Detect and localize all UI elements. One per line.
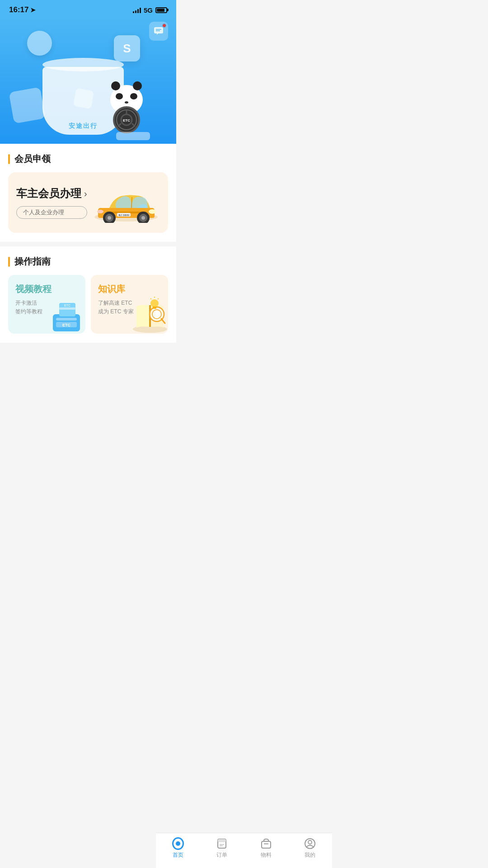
svg-line-11: [131, 197, 132, 208]
svg-point-14: [149, 209, 156, 214]
banner-text: 安途出行: [69, 122, 98, 130]
battery-icon: [155, 7, 167, 13]
etc-wheel: ETC: [113, 106, 140, 133]
decoration-small-box: [73, 88, 94, 109]
decoration-cylinder: [27, 31, 52, 56]
guide-section: 操作指南 视频教程 开卡激活签约等教程: [0, 246, 176, 343]
section-bar-icon: [8, 154, 10, 164]
member-title-text: 会员申领: [14, 153, 51, 165]
svg-rect-26: [56, 318, 77, 321]
main-content: 会员申领 车主会员办理 › 个人及企业办理: [0, 144, 176, 383]
svg-point-19: [108, 216, 111, 220]
member-card-left: 车主会员办理 › 个人及企业办理: [16, 186, 87, 219]
panda-ear-left: [111, 81, 120, 90]
svg-point-22: [141, 216, 145, 220]
svg-text:ETC: ETC: [123, 118, 130, 123]
panda-illustration: ETC: [102, 83, 151, 137]
guide-video-title: 视频教程: [15, 283, 78, 295]
member-card[interactable]: 车主会员办理 › 个人及企业办理: [8, 172, 168, 233]
status-time: 16:17 ➤: [9, 5, 36, 14]
panda-eye-left: [116, 93, 123, 99]
panda-nose: [125, 101, 128, 104]
location-arrow-icon: ➤: [30, 6, 36, 14]
member-card-title-text: 车主会员办理: [16, 186, 81, 201]
guide-section-title: 操作指南: [8, 255, 168, 268]
message-icon[interactable]: [149, 22, 168, 41]
svg-point-16: [97, 210, 103, 213]
guide-knowledge-title: 知识库: [98, 283, 161, 295]
signal-bars-icon: [133, 7, 141, 13]
guide-section-bar-icon: [8, 257, 10, 267]
guide-grid: 视频教程 开卡激活签约等教程 ETC: [8, 275, 168, 334]
panda-ear-right: [133, 81, 142, 90]
guide-knowledge-desc: 了解高速 ETC成为 ETC 专家: [98, 299, 161, 316]
time-display: 16:17: [9, 5, 28, 14]
hero-banner: S 安途出行 ETC: [0, 17, 176, 144]
notification-dot: [162, 24, 166, 28]
member-card-subtitle: 个人及企业办理: [16, 206, 87, 219]
status-right: 5G: [133, 6, 167, 14]
5g-label: 5G: [144, 6, 153, 14]
car-svg: 粤Z 29B89: [94, 184, 159, 223]
guide-video-desc: 开卡激活签约等教程: [15, 299, 78, 316]
guide-card-video[interactable]: 视频教程 开卡激活签约等教程 ETC: [8, 275, 85, 334]
guide-title-text: 操作指南: [14, 255, 51, 268]
member-section: 会员申领 车主会员办理 › 个人及企业办理: [0, 144, 176, 242]
chevron-right-icon: ›: [84, 189, 87, 199]
svg-text:ETC: ETC: [62, 323, 71, 327]
message-icon-button[interactable]: [149, 22, 168, 41]
svg-text:粤Z 29B89: 粤Z 29B89: [118, 214, 129, 217]
svg-rect-0: [154, 27, 163, 33]
status-bar: 16:17 ➤ 5G: [0, 0, 176, 17]
member-card-title-row: 车主会员办理 ›: [16, 186, 87, 201]
panda-platform: [116, 132, 150, 140]
member-section-title: 会员申领: [8, 153, 168, 165]
car-illustration: 粤Z 29B89: [92, 182, 160, 223]
panda-eye-right: [130, 93, 137, 99]
guide-card-knowledge[interactable]: 知识库 了解高速 ETC成为 ETC 专家: [91, 275, 168, 334]
